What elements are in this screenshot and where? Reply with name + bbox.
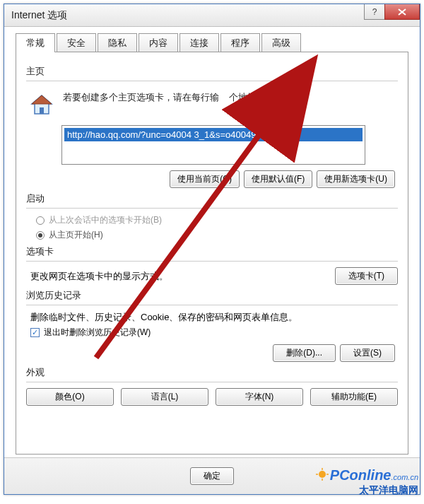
help-button[interactable]: ? [364, 4, 385, 20]
homepage-buttons: 使用当前页(C) 使用默认值(F) 使用新选项卡(U) [26, 170, 395, 188]
tab-advanced[interactable]: 高级 [261, 33, 301, 52]
tabs-settings-button[interactable]: 选项卡(T) [335, 267, 398, 285]
divider [26, 81, 398, 81]
fonts-button[interactable]: 字体(N) [216, 388, 303, 406]
svg-point-5 [319, 471, 326, 478]
group-history-label: 浏览历史记录 [26, 289, 398, 302]
delete-button[interactable]: 删除(D)... [273, 344, 336, 362]
tabcard-desc: 更改网页在选项卡中的显示方式。 [30, 270, 168, 283]
divider [26, 208, 398, 209]
homepage-url-field[interactable]: http://hao.qq.com/?unc=o4004 3_1&s=o4004… [61, 125, 365, 165]
languages-button[interactable]: 语言(L) [121, 388, 208, 406]
group-tabs-label: 选项卡 [26, 245, 398, 258]
group-startup-label: 启动 [26, 192, 398, 205]
accessibility-button[interactable]: 辅助功能(E) [310, 388, 398, 406]
tab-programs[interactable]: 程序 [220, 33, 260, 52]
colors-button[interactable]: 颜色(O) [26, 388, 114, 406]
ok-button[interactable]: 确定 [190, 467, 234, 485]
tab-general[interactable]: 常规 [16, 33, 55, 52]
checkbox-icon [30, 328, 40, 337]
svg-marker-2 [32, 95, 52, 104]
sun-icon [316, 468, 329, 484]
tabstrip: 常规 安全 隐私 内容 连接 程序 高级 [16, 33, 420, 52]
group-homepage-label: 主页 [26, 65, 398, 78]
close-icon [397, 8, 407, 16]
radio-last-session[interactable]: 从上次会话中的选项卡开始(B) [36, 214, 398, 226]
dialog-window: Internet 选项 ? 常规 安全 隐私 内容 连接 程序 高级 主页 若要… [4, 4, 420, 495]
watermark-logo: PConline.com.cn [316, 467, 418, 484]
titlebar: Internet 选项 ? [4, 4, 420, 27]
tab-privacy[interactable]: 隐私 [98, 33, 137, 52]
tab-connection[interactable]: 连接 [179, 33, 219, 52]
close-button[interactable] [384, 4, 420, 20]
history-settings-button[interactable]: 设置(S) [340, 344, 395, 362]
radio-home[interactable]: 从主页开始(H) [36, 229, 398, 241]
watermark-cn: 太平洋电脑网 [316, 484, 418, 497]
group-appearance-label: 外观 [26, 366, 398, 379]
tab-panel-general: 主页 若要创建多个主页选项卡，请在每行输 个地址(R)。 http://hao.… [16, 52, 408, 455]
history-desc: 删除临时文件、历史记录、Cookie、保存的密码和网页表单信息。 [30, 311, 398, 324]
use-current-button[interactable]: 使用当前页(C) [170, 170, 240, 188]
radio-icon [36, 231, 45, 240]
divider [26, 261, 398, 262]
homepage-url-selection: http://hao.qq.com/?unc=o4004 3_1&s=o4004… [64, 128, 363, 141]
appearance-buttons: 颜色(O) 语言(L) 字体(N) 辅助功能(E) [26, 388, 398, 406]
tab-content[interactable]: 内容 [139, 33, 178, 52]
use-newtab-button[interactable]: 使用新选项卡(U) [317, 170, 395, 188]
window-title: Internet 选项 [11, 9, 67, 22]
svg-rect-1 [40, 107, 44, 114]
homepage-row: 若要创建多个主页选项卡，请在每行输 个地址(R)。 [26, 87, 398, 119]
home-icon [28, 91, 56, 119]
history-buttons: 删除(D)... 设置(S) [26, 344, 395, 362]
tabcard-row: 更改网页在选项卡中的显示方式。 选项卡(T) [26, 267, 398, 285]
window-controls: ? [365, 4, 420, 20]
radio-icon [36, 216, 45, 225]
homepage-desc: 若要创建多个主页选项卡，请在每行输 个地址(R)。 [63, 91, 279, 104]
divider [26, 305, 398, 305]
tab-security[interactable]: 安全 [57, 33, 96, 52]
delete-on-exit-checkbox[interactable]: 退出时删除浏览历史记录(W) [30, 327, 398, 339]
divider [26, 382, 398, 382]
use-default-button[interactable]: 使用默认值(F) [244, 170, 312, 188]
watermark: PConline.com.cn 太平洋电脑网 [316, 467, 418, 497]
